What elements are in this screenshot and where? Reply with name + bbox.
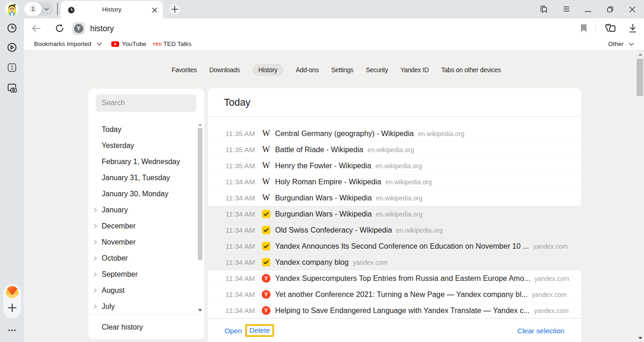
svg-text:Y: Y — [264, 291, 268, 298]
svg-text:1: 1 — [31, 6, 34, 12]
svg-text:Y: Y — [264, 275, 268, 282]
svg-text:1: 1 — [11, 64, 14, 71]
svg-text:Y: Y — [264, 308, 268, 314]
svg-text:TED: TED — [153, 42, 161, 46]
